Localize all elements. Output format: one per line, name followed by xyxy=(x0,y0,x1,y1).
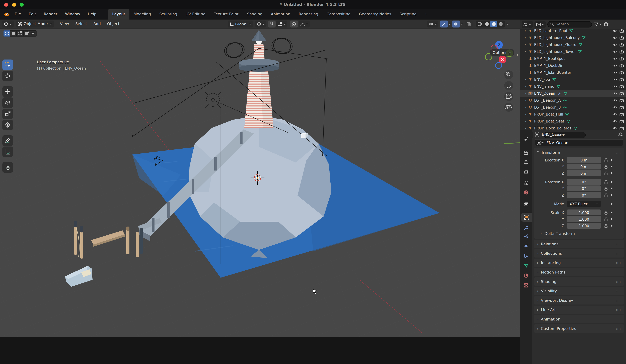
hide-viewport-icon[interactable] xyxy=(612,92,617,95)
workspace-tab-uv-editing[interactable]: UV Editing xyxy=(181,9,210,19)
workspace-tab-layout[interactable]: Layout xyxy=(108,9,129,19)
outliner-row[interactable]: ›▼ BLD_Lighthouse_Tower xyxy=(520,48,626,55)
workspace-tab-modeling[interactable]: Modeling xyxy=(129,9,155,19)
panel-visibility[interactable]: ›Visibility:::: xyxy=(534,287,624,295)
workspace-tab-compositing[interactable]: Compositing xyxy=(322,9,355,19)
animate-dot[interactable] xyxy=(611,188,612,189)
tab-tool[interactable] xyxy=(520,134,532,143)
show-gizmo-toggle[interactable] xyxy=(440,21,448,28)
lock-icon[interactable] xyxy=(604,180,608,184)
panel-animation[interactable]: ›Animation:::: xyxy=(534,315,624,323)
tool-transform[interactable] xyxy=(2,120,13,130)
viewport-canvas[interactable]: Z Y X ‹ xyxy=(0,29,520,337)
panel-relations[interactable]: ›Relations:::: xyxy=(534,240,624,248)
snap-settings-dropdown[interactable] xyxy=(276,21,287,28)
xray-toggle[interactable] xyxy=(465,21,473,28)
tool-annotate[interactable] xyxy=(2,135,13,146)
location-y-field[interactable]: 0 m xyxy=(567,163,601,169)
tab-render[interactable] xyxy=(520,148,532,157)
tab-world[interactable] xyxy=(520,188,532,197)
scale-y-field[interactable]: 1.000 xyxy=(567,216,601,222)
proportional-edit-toggle[interactable] xyxy=(290,21,298,28)
viewport-menu-select[interactable]: Select xyxy=(72,19,90,28)
hide-viewport-icon[interactable] xyxy=(612,29,617,32)
shading-rendered-button[interactable] xyxy=(497,21,504,27)
pivot-point-dropdown[interactable] xyxy=(255,21,266,28)
tool-move[interactable] xyxy=(2,86,13,97)
outliner-row[interactable]: EMPTY_DockDir xyxy=(520,62,626,69)
animate-dot[interactable] xyxy=(611,159,612,161)
menu-help[interactable]: Help xyxy=(84,9,100,19)
hide-viewport-icon[interactable] xyxy=(612,106,617,109)
expand-arrow-icon[interactable]: › xyxy=(523,84,528,88)
workspace-tab-animation[interactable]: Animation xyxy=(267,9,295,19)
hide-viewport-icon[interactable] xyxy=(612,99,617,102)
disable-render-icon[interactable] xyxy=(619,36,624,40)
tool-rotate[interactable] xyxy=(2,97,13,108)
scale-x-field[interactable]: 1.000 xyxy=(567,209,601,215)
tool-add-cube[interactable] xyxy=(2,162,13,173)
close-window-button[interactable] xyxy=(4,3,8,7)
expand-arrow-icon[interactable]: › xyxy=(523,35,528,40)
scale-z-field[interactable]: 1.000 xyxy=(567,223,601,229)
workspace-tab-texture-paint[interactable]: Texture Paint xyxy=(210,9,243,19)
menu-edit[interactable]: Edit xyxy=(25,9,40,19)
lock-icon[interactable] xyxy=(604,158,608,162)
menu-window[interactable]: Window xyxy=(61,9,84,19)
outliner-row[interactable]: ›▼ PROP_Boat_Seat xyxy=(520,118,626,124)
expand-arrow-icon[interactable]: › xyxy=(523,126,528,130)
animate-dot[interactable] xyxy=(611,166,612,167)
shading-wireframe-button[interactable] xyxy=(476,21,483,27)
hide-viewport-icon[interactable] xyxy=(612,126,617,130)
rotation-y-field[interactable]: 0° xyxy=(567,186,601,191)
disable-render-icon[interactable] xyxy=(619,126,624,130)
hide-viewport-icon[interactable] xyxy=(612,120,617,123)
lock-icon[interactable] xyxy=(604,164,608,169)
lock-icon[interactable] xyxy=(604,193,608,197)
menu-render[interactable]: Render xyxy=(40,9,61,19)
outliner-row[interactable]: › LGT_Beacon_B xyxy=(520,104,626,111)
outliner-row[interactable]: ›▼ ENV_Island xyxy=(520,83,626,90)
proportional-falloff-dropdown[interactable] xyxy=(299,21,310,28)
delta-transform-panel[interactable]: › Delta Transform xyxy=(536,230,622,237)
disable-render-icon[interactable] xyxy=(619,119,624,123)
new-collection-button[interactable] xyxy=(604,22,609,27)
animate-dot[interactable] xyxy=(611,172,612,174)
panel-motion-paths[interactable]: ›Motion Paths:::: xyxy=(534,268,624,276)
disable-render-icon[interactable] xyxy=(619,78,624,81)
tab-particles[interactable] xyxy=(520,232,532,241)
workspace-tab-scripting[interactable]: Scripting xyxy=(395,9,421,19)
outliner-row[interactable]: ›▼ BLD_Lighthouse_Guard xyxy=(520,41,626,48)
rotation-z-field[interactable]: 0° xyxy=(567,192,601,198)
tab-object-active[interactable] xyxy=(521,213,532,222)
tab-collection[interactable] xyxy=(520,200,532,209)
outliner-row[interactable]: ›▼ BLD_Lighthouse_Balcony xyxy=(520,34,626,41)
add-workspace-button[interactable]: + xyxy=(421,12,431,16)
animate-dot[interactable] xyxy=(611,181,612,183)
lock-icon[interactable] xyxy=(604,224,608,228)
viewport-3d[interactable]: Z Y X ‹ xyxy=(0,19,520,337)
disable-render-icon[interactable] xyxy=(619,43,624,46)
expand-arrow-icon[interactable]: › xyxy=(523,49,528,54)
breadcrumb-object-label[interactable]: ENV_Ocean xyxy=(542,132,564,137)
minimize-window-button[interactable] xyxy=(12,3,16,7)
workspace-tab-geometry-nodes[interactable]: Geometry Nodes xyxy=(355,9,395,19)
viewport-menu-object[interactable]: Object xyxy=(104,19,123,28)
panel-instancing[interactable]: ›Instancing:::: xyxy=(534,259,624,267)
disable-render-icon[interactable] xyxy=(619,91,624,95)
animate-dot[interactable] xyxy=(611,212,612,213)
disable-render-icon[interactable] xyxy=(619,112,624,116)
location-x-field[interactable]: 0 m xyxy=(567,157,601,163)
outliner-row[interactable]: EMPTY_IslandCenter xyxy=(520,69,626,76)
outliner-row[interactable]: ›▼ BLD_Lantern_Roof xyxy=(520,29,626,34)
expand-arrow-icon[interactable]: › xyxy=(523,119,528,123)
viewport-menu-view[interactable]: View xyxy=(57,19,72,28)
disable-render-icon[interactable] xyxy=(619,84,624,88)
tool-measure[interactable] xyxy=(2,147,13,157)
expand-arrow-icon[interactable]: › xyxy=(523,77,528,81)
tab-material[interactable] xyxy=(520,271,532,280)
shading-solid-button[interactable] xyxy=(483,21,490,27)
shading-material-button[interactable] xyxy=(490,21,497,27)
panel-line-art[interactable]: ›Line Art:::: xyxy=(534,306,624,314)
workspace-tab-shading[interactable]: Shading xyxy=(243,9,267,19)
